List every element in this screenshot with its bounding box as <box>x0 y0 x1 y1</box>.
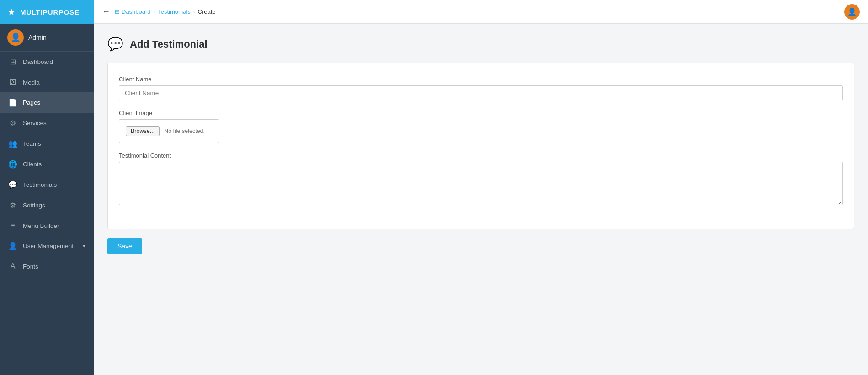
sidebar-item-teams[interactable]: 👥 Teams <box>0 133 94 154</box>
main-area: ← ⊞ Dashboard › Testimonials › Create 👤 … <box>94 0 868 375</box>
page-title-icon: 💬 <box>107 37 123 52</box>
client-image-label: Client Image <box>119 110 843 116</box>
sidebar-item-media[interactable]: 🖼 Media <box>0 72 94 92</box>
sidebar-item-testimonials[interactable]: 💬 Testimonials <box>0 174 94 195</box>
sidebar-item-dashboard[interactable]: ⊞ Dashboard <box>0 52 94 72</box>
sidebar-item-label: Teams <box>23 140 41 147</box>
sidebar-item-label: Clients <box>23 161 42 168</box>
fonts-icon: A <box>8 262 17 270</box>
breadcrumb: ⊞ Dashboard › Testimonials › Create <box>115 8 216 15</box>
breadcrumb-sep-2: › <box>193 9 195 15</box>
file-input-wrapper: Browse... No file selected. <box>119 119 219 143</box>
content-area: 💬 Add Testimonial Client Name Client Ima… <box>94 24 868 375</box>
sidebar-item-services[interactable]: ⚙ Services <box>0 113 94 133</box>
sidebar: ★ MULTIPURPOSE 👤 Admin ⊞ Dashboard 🖼 Med… <box>0 0 94 375</box>
file-name-text: No file selected. <box>164 128 205 134</box>
breadcrumb-current: Create <box>197 8 215 15</box>
page-title-row: 💬 Add Testimonial <box>107 37 854 52</box>
sidebar-item-label: Fonts <box>23 263 38 270</box>
menu-builder-icon: ≡ <box>8 222 17 230</box>
sidebar-item-menu-builder[interactable]: ≡ Menu Builder <box>0 216 94 236</box>
sidebar-item-settings[interactable]: ⚙ Settings <box>0 195 94 216</box>
breadcrumb-testimonials[interactable]: Testimonials <box>158 8 191 15</box>
user-management-icon: 👤 <box>8 242 17 250</box>
client-name-group: Client Name <box>119 76 843 100</box>
sidebar-item-label: Testimonials <box>23 181 57 188</box>
browse-button[interactable]: Browse... <box>126 126 160 136</box>
testimonial-content-label: Testimonial Content <box>119 152 843 159</box>
client-name-input[interactable] <box>119 85 843 100</box>
chevron-down-icon: ▾ <box>83 243 85 249</box>
sidebar-item-label: Media <box>23 79 40 86</box>
client-name-label: Client Name <box>119 76 843 83</box>
breadcrumb-sep-1: › <box>154 9 155 15</box>
avatar: 👤 <box>7 29 24 46</box>
admin-name: Admin <box>28 34 47 41</box>
client-image-group: Client Image Browse... No file selected. <box>119 110 843 143</box>
sidebar-item-label: User Management <box>23 243 74 249</box>
logo-icon: ★ <box>7 6 16 17</box>
settings-icon: ⚙ <box>8 201 17 210</box>
topbar-right: 👤 <box>844 4 860 20</box>
sidebar-item-clients[interactable]: 🌐 Clients <box>0 154 94 174</box>
testimonials-icon: 💬 <box>8 180 17 189</box>
save-button[interactable]: Save <box>107 238 142 254</box>
admin-avatar-icon: 👤 <box>11 32 21 42</box>
topbar: ← ⊞ Dashboard › Testimonials › Create 👤 <box>94 0 868 24</box>
testimonial-content-input[interactable] <box>119 162 843 205</box>
page-title: Add Testimonial <box>130 38 208 50</box>
form-card: Client Name Client Image Browse... No fi… <box>107 63 854 229</box>
sidebar-item-label: Menu Builder <box>23 222 59 229</box>
sidebar-item-label: Pages <box>23 99 40 106</box>
clients-icon: 🌐 <box>8 160 17 169</box>
pages-icon: 📄 <box>8 98 17 107</box>
back-button[interactable]: ← <box>102 7 110 16</box>
breadcrumb-dashboard[interactable]: ⊞ Dashboard <box>115 8 151 15</box>
sidebar-item-fonts[interactable]: A Fonts <box>0 256 94 276</box>
sidebar-item-label: Settings <box>23 202 45 209</box>
testimonial-content-group: Testimonial Content <box>119 152 843 207</box>
services-icon: ⚙ <box>8 119 17 127</box>
sidebar-item-pages[interactable]: 📄 Pages <box>0 92 94 113</box>
media-icon: 🖼 <box>8 78 17 86</box>
sidebar-item-label: Dashboard <box>23 58 53 65</box>
sidebar-item-user-management[interactable]: 👤 User Management ▾ <box>0 236 94 256</box>
dashboard-bc-icon: ⊞ <box>115 8 120 15</box>
sidebar-item-label: Services <box>23 120 47 127</box>
user-avatar-top[interactable]: 👤 <box>844 4 860 20</box>
admin-section: 👤 Admin <box>0 24 94 52</box>
dashboard-icon: ⊞ <box>8 58 17 66</box>
sidebar-header: ★ MULTIPURPOSE <box>0 0 94 24</box>
teams-icon: 👥 <box>8 139 17 148</box>
app-title: MULTIPURPOSE <box>20 8 80 16</box>
